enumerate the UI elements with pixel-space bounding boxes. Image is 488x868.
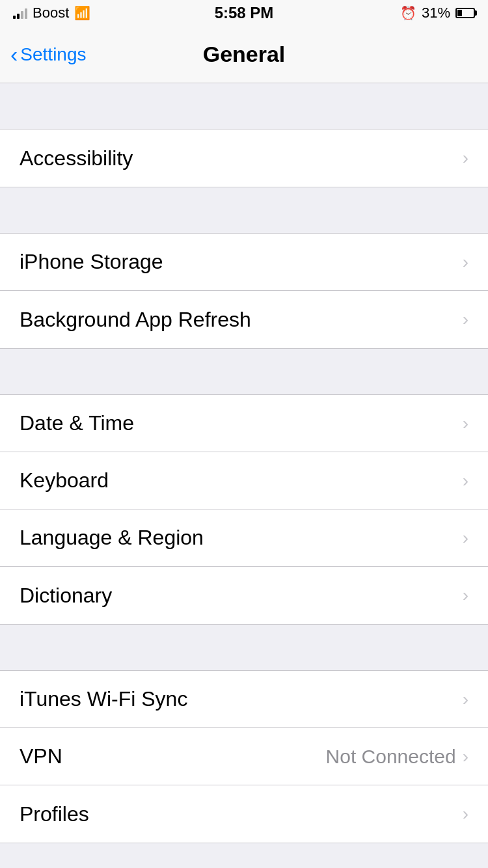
back-label: Settings: [20, 44, 86, 65]
nav-bar: ‹ Settings General: [0, 26, 488, 83]
chevron-right-icon: ›: [463, 585, 468, 606]
row-dictionary-label: Dictionary: [20, 584, 112, 608]
row-accessibility-right: ›: [463, 148, 468, 169]
chevron-right-icon: ›: [463, 413, 468, 434]
chevron-right-icon: ›: [463, 470, 468, 491]
row-accessibility-label: Accessibility: [20, 146, 133, 170]
section-regional: Date & Time › Keyboard › Language & Regi…: [0, 394, 488, 625]
row-accessibility[interactable]: Accessibility ›: [0, 129, 488, 187]
row-profiles-right: ›: [463, 804, 468, 824]
row-language-region-label: Language & Region: [20, 526, 204, 550]
row-vpn-right: Not Connected ›: [326, 746, 468, 768]
section-gap-4: [0, 625, 488, 670]
row-profiles[interactable]: Profiles ›: [0, 785, 488, 843]
section-gap-3: [0, 349, 488, 394]
row-vpn-value: Not Connected: [326, 746, 456, 768]
wifi-icon: 📶: [74, 5, 90, 21]
chevron-right-icon: ›: [463, 689, 468, 710]
row-background-app-refresh-label: Background App Refresh: [20, 308, 251, 332]
section-accessibility: Accessibility ›: [0, 129, 488, 187]
chevron-right-icon: ›: [463, 252, 468, 273]
battery-icon: [455, 8, 475, 18]
row-keyboard[interactable]: Keyboard ›: [0, 452, 488, 509]
status-time: 5:58 PM: [215, 4, 274, 22]
row-itunes-wifi-sync-right: ›: [463, 689, 468, 710]
chevron-right-icon: ›: [463, 746, 468, 767]
row-profiles-label: Profiles: [20, 802, 89, 826]
row-language-region-right: ›: [463, 528, 468, 549]
row-itunes-wifi-sync[interactable]: iTunes Wi-Fi Sync ›: [0, 671, 488, 728]
row-iphone-storage-right: ›: [463, 252, 468, 273]
section-gap-1: [0, 83, 488, 129]
row-date-time[interactable]: Date & Time ›: [0, 395, 488, 452]
row-vpn[interactable]: VPN Not Connected ›: [0, 728, 488, 785]
row-background-app-refresh-right: ›: [463, 309, 468, 330]
section-connectivity: iTunes Wi-Fi Sync › VPN Not Connected › …: [0, 670, 488, 843]
battery-percent-label: 31%: [422, 5, 450, 21]
row-iphone-storage[interactable]: iPhone Storage ›: [0, 234, 488, 291]
back-chevron-icon: ‹: [10, 43, 18, 65]
chevron-right-icon: ›: [463, 804, 468, 824]
back-button[interactable]: ‹ Settings: [10, 44, 87, 65]
row-language-region[interactable]: Language & Region ›: [0, 509, 488, 567]
chevron-right-icon: ›: [463, 528, 468, 549]
signal-bars-icon: [13, 7, 27, 19]
section-gap-2: [0, 187, 488, 233]
row-vpn-label: VPN: [20, 744, 62, 768]
row-iphone-storage-label: iPhone Storage: [20, 250, 163, 274]
row-date-time-right: ›: [463, 413, 468, 434]
section-storage: iPhone Storage › Background App Refresh …: [0, 233, 488, 349]
row-dictionary-right: ›: [463, 585, 468, 606]
row-background-app-refresh[interactable]: Background App Refresh ›: [0, 291, 488, 348]
row-keyboard-right: ›: [463, 470, 468, 491]
row-dictionary[interactable]: Dictionary ›: [0, 567, 488, 624]
chevron-right-icon: ›: [463, 309, 468, 330]
alarm-icon: ⏰: [400, 5, 416, 21]
carrier-label: Boost: [33, 5, 69, 21]
page-title: General: [203, 42, 286, 67]
section-gap-bottom: [0, 843, 488, 868]
row-itunes-wifi-sync-label: iTunes Wi-Fi Sync: [20, 687, 187, 711]
status-right: ⏰ 31%: [400, 5, 475, 21]
row-date-time-label: Date & Time: [20, 411, 134, 435]
chevron-right-icon: ›: [463, 148, 468, 169]
status-bar: Boost 📶 5:58 PM ⏰ 31%: [0, 0, 488, 26]
status-left: Boost 📶: [13, 5, 90, 21]
row-keyboard-label: Keyboard: [20, 468, 109, 493]
